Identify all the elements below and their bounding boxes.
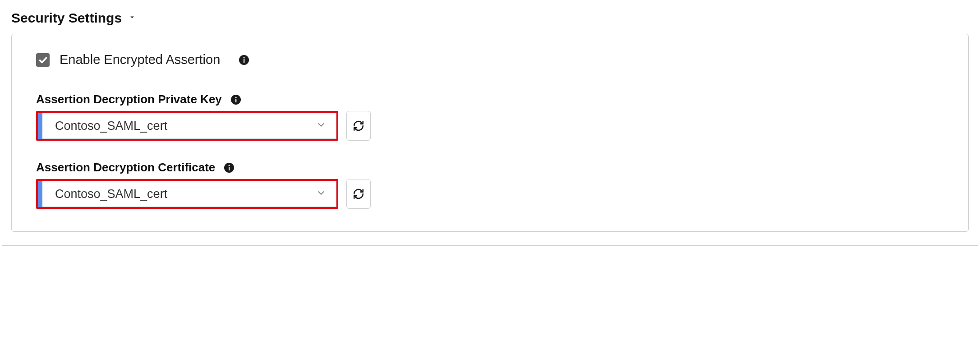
chevron-down-icon [316,120,326,132]
select-inner: Contoso_SAML_cert [42,113,336,139]
certificate-label-row: Assertion Decryption Certificate [36,161,944,175]
refresh-certificate-button[interactable] [346,179,371,209]
private-key-field: Assertion Decryption Private Key Contoso… [36,92,944,141]
certificate-select[interactable]: Contoso_SAML_cert [36,179,338,209]
refresh-private-key-button[interactable] [346,111,371,141]
section-title: Security Settings [11,10,122,26]
select-marker [38,181,42,207]
enable-encrypted-assertion-label: Enable Encrypted Assertion [60,52,220,67]
private-key-label: Assertion Decryption Private Key [36,92,222,106]
private-key-value: Contoso_SAML_cert [55,119,316,133]
private-key-label-row: Assertion Decryption Private Key [36,92,944,106]
chevron-down-icon [316,188,326,200]
svg-rect-7 [229,167,230,170]
enable-encrypted-assertion-checkbox[interactable] [36,53,50,67]
svg-rect-1 [244,59,244,63]
certificate-control-row: Contoso_SAML_cert [36,179,944,209]
private-key-control-row: Contoso_SAML_cert [36,111,944,141]
svg-point-5 [235,96,236,98]
info-icon[interactable] [223,162,235,174]
certificate-field: Assertion Decryption Certificate Contoso… [36,161,944,209]
info-icon[interactable] [230,94,242,106]
enable-encrypted-assertion-row: Enable Encrypted Assertion [36,52,944,67]
svg-rect-4 [235,99,236,102]
private-key-select[interactable]: Contoso_SAML_cert [36,111,338,141]
select-inner: Contoso_SAML_cert [42,181,336,207]
caret-down-icon [128,13,136,23]
select-marker [38,113,42,139]
info-icon[interactable] [238,54,250,66]
svg-point-8 [229,165,230,166]
security-settings-container: Security Settings Enable Encrypted Asser… [2,2,978,246]
certificate-value: Contoso_SAML_cert [55,187,316,201]
settings-panel: Enable Encrypted Assertion Assertion Dec… [11,34,969,232]
section-header[interactable]: Security Settings [11,10,969,26]
svg-point-2 [244,57,245,58]
certificate-label: Assertion Decryption Certificate [36,161,215,175]
